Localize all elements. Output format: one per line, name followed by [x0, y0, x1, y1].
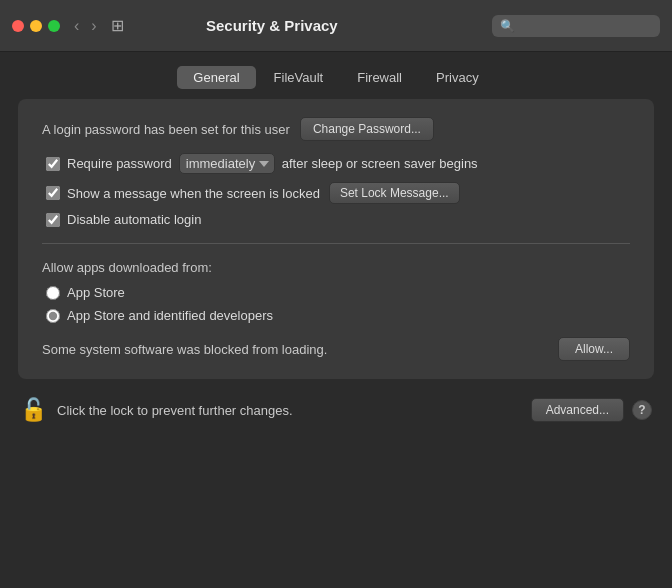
- allow-button[interactable]: Allow...: [558, 337, 630, 361]
- help-button[interactable]: ?: [632, 400, 652, 420]
- password-set-label: A login password has been set for this u…: [42, 122, 290, 137]
- appstore-identified-radio-label: App Store and identified developers: [67, 308, 273, 323]
- tab-general[interactable]: General: [177, 66, 255, 89]
- password-row: A login password has been set for this u…: [42, 117, 630, 141]
- disable-autologin-row: Disable automatic login: [42, 212, 630, 227]
- disable-autologin-checkbox[interactable]: [46, 213, 60, 227]
- search-icon: 🔍: [500, 19, 515, 33]
- change-password-button[interactable]: Change Password...: [300, 117, 434, 141]
- allow-apps-label: Allow apps downloaded from:: [42, 260, 630, 275]
- blocked-software-row: Some system software was blocked from lo…: [42, 337, 630, 361]
- tab-privacy[interactable]: Privacy: [420, 66, 495, 89]
- advanced-button[interactable]: Advanced...: [531, 398, 624, 422]
- appstore-radio-label: App Store: [67, 285, 125, 300]
- bottom-right: Advanced... ?: [531, 398, 652, 422]
- divider: [42, 243, 630, 244]
- appstore-identified-radio[interactable]: [46, 309, 60, 323]
- tabs-bar: General FileVault Firewall Privacy: [0, 52, 672, 99]
- appstore-radio[interactable]: [46, 286, 60, 300]
- require-password-row: Require password immediately after sleep…: [42, 153, 630, 174]
- bottom-bar: 🔓 Click the lock to prevent further chan…: [0, 387, 672, 433]
- appstore-radio-row: App Store: [42, 285, 630, 300]
- require-password-checkbox[interactable]: [46, 157, 60, 171]
- tab-filevault[interactable]: FileVault: [258, 66, 340, 89]
- disable-autologin-label: Disable automatic login: [67, 212, 201, 227]
- show-message-label: Show a message when the screen is locked: [67, 186, 320, 201]
- after-sleep-label: after sleep or screen saver begins: [282, 156, 478, 171]
- search-input[interactable]: [520, 19, 652, 33]
- require-password-label: Require password: [67, 156, 172, 171]
- set-lock-message-button[interactable]: Set Lock Message...: [329, 182, 460, 204]
- titlebar: ‹ › ⊞ Security & Privacy 🔍: [0, 0, 672, 52]
- blocked-text: Some system software was blocked from lo…: [42, 342, 327, 357]
- lock-area: 🔓 Click the lock to prevent further chan…: [20, 397, 293, 423]
- content-panel: A login password has been set for this u…: [18, 99, 654, 379]
- search-box: 🔍: [492, 15, 660, 37]
- close-button[interactable]: [12, 20, 24, 32]
- immediately-select[interactable]: immediately: [179, 153, 275, 174]
- minimize-button[interactable]: [30, 20, 42, 32]
- show-message-row: Show a message when the screen is locked…: [42, 182, 630, 204]
- lock-icon[interactable]: 🔓: [20, 397, 47, 423]
- tab-firewall[interactable]: Firewall: [341, 66, 418, 89]
- window-title: Security & Privacy: [52, 17, 492, 34]
- lock-text: Click the lock to prevent further change…: [57, 403, 293, 418]
- show-message-checkbox[interactable]: [46, 186, 60, 200]
- appstore-identified-radio-row: App Store and identified developers: [42, 308, 630, 323]
